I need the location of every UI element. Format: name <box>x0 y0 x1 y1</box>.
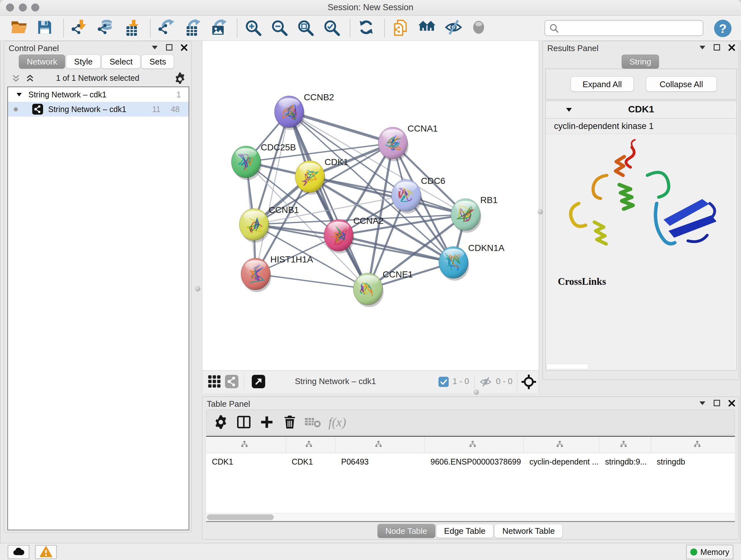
current-network-dot-icon <box>14 107 18 111</box>
network-node-cdk1[interactable]: CDK1 <box>295 157 348 195</box>
tab-sets[interactable]: Sets <box>141 55 174 69</box>
table-cell[interactable]: stringdb:9... <box>599 453 651 470</box>
tab-string[interactable]: String <box>622 55 659 69</box>
column-header-name[interactable] <box>286 437 335 453</box>
function-builder-fx-icon[interactable]: f(x) <box>328 415 346 430</box>
hide-selected-button[interactable] <box>443 18 464 38</box>
delete-table-icon[interactable] <box>304 414 322 430</box>
show-columns-icon[interactable] <box>234 414 253 430</box>
export-network-button[interactable] <box>156 18 178 38</box>
show-all-button[interactable] <box>469 18 490 38</box>
table-cell[interactable]: CDK1 <box>286 453 335 470</box>
column-header-namespace[interactable] <box>651 437 735 453</box>
panel-menu-icon[interactable] <box>698 44 706 51</box>
column-header-canonical-name[interactable] <box>335 437 425 453</box>
tab-style[interactable]: Style <box>66 55 100 69</box>
import-database-button[interactable] <box>96 18 117 38</box>
splitter-handle-left[interactable] <box>195 286 200 292</box>
close-panel-icon[interactable] <box>728 44 736 51</box>
open-in-window-icon[interactable] <box>252 375 266 389</box>
refresh-button[interactable] <box>356 18 377 38</box>
expand-all-button[interactable]: Expand All <box>570 76 634 91</box>
import-table-button[interactable] <box>122 18 143 38</box>
panel-menu-icon[interactable] <box>698 399 706 407</box>
panel-menu-icon[interactable] <box>151 44 158 51</box>
cdk1-section-header[interactable]: CDK1 <box>546 101 737 118</box>
network-node-rb1[interactable]: RB1 <box>451 195 497 233</box>
table-hscrollbar-thumb[interactable] <box>207 514 274 520</box>
import-network-button[interactable] <box>70 18 91 38</box>
tab-edge-table[interactable]: Edge Table <box>436 524 494 538</box>
zoom-out-button[interactable] <box>269 18 290 38</box>
protein-structure-image <box>552 138 730 272</box>
network-edge[interactable] <box>289 112 393 143</box>
results-panel-title: Results Panel <box>547 44 598 53</box>
network-collection-row[interactable]: String Network – cdk1 1 <box>8 87 189 102</box>
collection-count: 1 <box>177 87 181 102</box>
table-row[interactable]: CDK1CDK1P064939606.ENSP00000378699cyclin… <box>206 453 735 470</box>
node-label-ccnb1: CCNB1 <box>269 205 299 215</box>
float-panel-icon[interactable] <box>713 399 721 407</box>
memory-button[interactable]: Memory <box>686 545 733 559</box>
close-panel-icon[interactable] <box>180 44 188 51</box>
add-column-plus-icon[interactable] <box>258 414 276 430</box>
table-hscrollbar[interactable] <box>206 513 735 521</box>
table-cell[interactable]: CDK1 <box>206 453 286 470</box>
network-node-ccna1[interactable]: CCNA1 <box>378 124 438 161</box>
network-node-cdc25b[interactable]: CDC25B <box>231 142 296 180</box>
column-header-description[interactable] <box>524 437 599 453</box>
tab-select[interactable]: Select <box>102 55 140 69</box>
duplicate-network-button[interactable] <box>391 18 412 38</box>
network-node-ccnb1[interactable]: CCNB1 <box>239 205 299 243</box>
export-image-button[interactable] <box>209 18 230 38</box>
column-header-database-identifier[interactable] <box>425 437 524 453</box>
search-input[interactable] <box>544 20 703 36</box>
tab-network[interactable]: Network <box>19 55 65 69</box>
home-button[interactable] <box>417 18 438 38</box>
splitter-handle-bottom[interactable] <box>474 389 479 395</box>
title-bar[interactable]: Session: New Session <box>0 0 741 16</box>
network-node-cdkn1a[interactable]: CDKN1A <box>439 243 504 281</box>
network-node-hist1h1a[interactable]: HIST1H1A <box>241 254 313 292</box>
tab-node-table[interactable]: Node Table <box>378 524 435 538</box>
selected-checkbox-icon[interactable] <box>439 377 449 388</box>
network-options-gear-icon[interactable] <box>174 72 186 85</box>
export-table-icon <box>184 19 202 37</box>
float-panel-icon[interactable] <box>713 44 721 51</box>
network-node-count: 11 <box>152 102 160 117</box>
network-node-ccnb2[interactable]: CCNB2 <box>274 92 334 130</box>
table-cell[interactable]: stringdb <box>651 453 735 470</box>
network-edge[interactable] <box>256 274 368 289</box>
column-header--id[interactable] <box>599 437 651 453</box>
save-session-button[interactable] <box>35 18 56 38</box>
warning-button[interactable] <box>35 545 57 559</box>
table-cell[interactable]: P06493 <box>335 453 425 470</box>
tab-network-table[interactable]: Network Table <box>494 524 562 538</box>
help-button[interactable]: ? <box>712 19 730 37</box>
column-type-icon <box>620 440 627 449</box>
network-node-ccne1[interactable]: CCNE1 <box>353 269 413 307</box>
results-scrollbar-chunk[interactable] <box>546 364 589 369</box>
table-cell[interactable]: 9606.ENSP00000378699 <box>425 453 524 470</box>
floppy-save-icon <box>37 19 55 37</box>
zoom-selected-button[interactable] <box>322 18 343 38</box>
close-panel-icon[interactable] <box>728 399 736 407</box>
zoom-fit-button[interactable] <box>295 18 317 38</box>
network-row-selected[interactable]: String Network – cdk1 11 48 <box>8 102 189 117</box>
network-canvas[interactable]: CCNB2 CCNA1 CDC25B CDK1 CDC6 RB1 CCNB1 <box>202 41 539 370</box>
splitter-handle-right[interactable] <box>538 209 543 214</box>
delete-trash-icon[interactable] <box>280 414 299 430</box>
column-header-shared-name[interactable] <box>206 437 286 453</box>
birdseye-grid-icon[interactable] <box>207 375 221 389</box>
float-panel-icon[interactable] <box>165 44 173 51</box>
collapse-all-button[interactable]: Collapse All <box>646 76 717 91</box>
crosshair-target-icon[interactable] <box>522 374 536 388</box>
hidden-counts: 0 - 0 <box>496 376 513 386</box>
table-cell[interactable]: cyclin-dependent ... <box>524 453 599 470</box>
table-options-gear-icon[interactable] <box>212 414 230 430</box>
string-network-badge-icon[interactable] <box>225 375 239 389</box>
export-table-button[interactable] <box>183 18 204 38</box>
zoom-in-button[interactable] <box>243 18 264 38</box>
open-session-button[interactable] <box>9 18 30 38</box>
cloud-button[interactable] <box>8 545 29 559</box>
